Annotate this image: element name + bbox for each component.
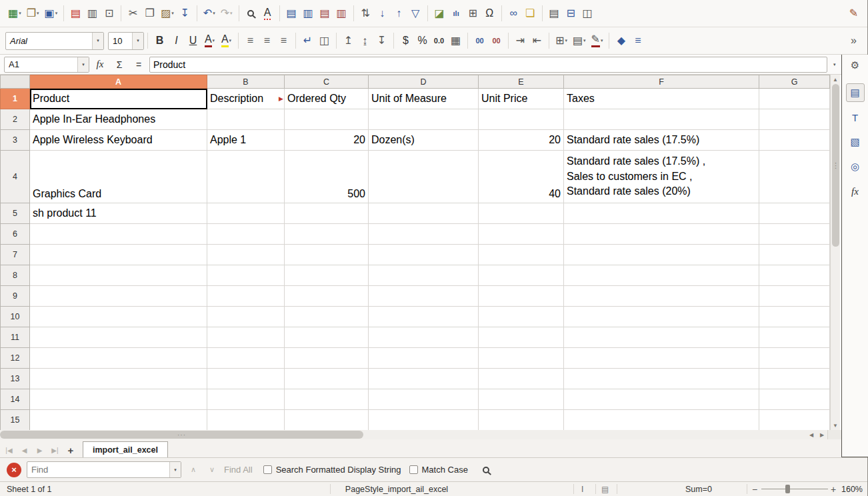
cell-D5[interactable]: [369, 203, 479, 224]
sidebar-navigator-button[interactable]: ◎: [846, 157, 865, 176]
sort-button[interactable]: ⇅: [357, 3, 374, 23]
cell-F2[interactable]: [564, 109, 759, 130]
zoom-slider[interactable]: [761, 482, 828, 496]
underline-button[interactable]: U: [185, 31, 201, 51]
new-spreadsheet-button[interactable]: ▦▾: [5, 3, 24, 23]
cell-F6[interactable]: [564, 224, 759, 245]
name-box-caret-icon[interactable]: ▾: [77, 57, 89, 72]
formula-button[interactable]: =: [130, 57, 147, 73]
scroll-down-arrow-icon[interactable]: ▼: [831, 421, 840, 430]
cell-B1[interactable]: Description▶: [207, 89, 285, 109]
cell-G2[interactable]: [759, 109, 830, 130]
cell-A5[interactable]: sh product 11: [30, 203, 207, 224]
row-header-14[interactable]: 14: [1, 389, 30, 410]
cell-C2[interactable]: [285, 109, 369, 130]
paste-button[interactable]: ▨▾: [158, 3, 177, 23]
zoom-in-button[interactable]: +: [831, 482, 836, 496]
cell-A3[interactable]: Apple Wireless Keyboard: [30, 130, 207, 151]
horizontal-scrollbar-thumb[interactable]: ···: [0, 431, 363, 439]
cell-F13[interactable]: [564, 369, 759, 389]
cell-D4[interactable]: [369, 151, 479, 203]
cell-C7[interactable]: [285, 245, 369, 265]
cell-D12[interactable]: [369, 348, 479, 369]
cell-D10[interactable]: [369, 307, 479, 327]
vertical-scrollbar-thumb[interactable]: ⋮: [832, 84, 839, 247]
cell-C4[interactable]: 500: [285, 151, 369, 203]
border-color-button[interactable]: ✎▾: [589, 31, 606, 51]
zoom-slider-track[interactable]: [761, 489, 828, 489]
cell-E11[interactable]: [479, 327, 564, 348]
cell-E1[interactable]: Unit Price: [479, 89, 564, 109]
open-button[interactable]: ❒▾: [24, 3, 42, 23]
cell-B12[interactable]: [207, 348, 285, 369]
zoom-out-button[interactable]: −: [752, 482, 757, 496]
cell-D11[interactable]: [369, 327, 479, 348]
cell-A8[interactable]: [30, 265, 207, 286]
scroll-up-arrow-icon[interactable]: ▲: [831, 75, 840, 84]
cell-F14[interactable]: [564, 389, 759, 410]
cell-G6[interactable]: [759, 224, 830, 245]
add-sheet-button[interactable]: +: [63, 443, 79, 457]
cell-B15[interactable]: [207, 410, 285, 431]
borders-button[interactable]: ⊞▾: [553, 31, 570, 51]
cell-D3[interactable]: Dozen(s): [369, 130, 479, 151]
search-formatted-option[interactable]: Search Formatted Display String: [263, 465, 401, 475]
column-header-A[interactable]: A: [30, 75, 207, 89]
column-header-E[interactable]: E: [479, 75, 564, 89]
row-header-10[interactable]: 10: [1, 307, 30, 327]
export-pdf-button[interactable]: ▤: [67, 3, 84, 23]
selection-mode-icon[interactable]: I: [581, 482, 583, 496]
cell-E12[interactable]: [479, 348, 564, 369]
cell-G12[interactable]: [759, 348, 830, 369]
special-character-button[interactable]: Ω: [481, 3, 498, 23]
cell-B9[interactable]: [207, 286, 285, 307]
cell-C1[interactable]: Ordered Qty: [285, 89, 369, 109]
cell-E7[interactable]: [479, 245, 564, 265]
find-input[interactable]: [27, 465, 169, 475]
currency-format-button[interactable]: $: [397, 31, 414, 51]
redo-button[interactable]: ↷▾: [218, 3, 235, 23]
cell-A10[interactable]: [30, 307, 207, 327]
last-sheet-button[interactable]: ▶|: [47, 443, 63, 457]
cell-A6[interactable]: [30, 224, 207, 245]
search-icon-button[interactable]: [479, 466, 493, 474]
headers-footers-button[interactable]: ▤: [546, 3, 563, 23]
cell-F1[interactable]: Taxes: [564, 89, 759, 109]
font-size-caret-icon[interactable]: ▾: [132, 33, 143, 49]
font-color-button[interactable]: A▾: [201, 31, 218, 51]
first-sheet-button[interactable]: |◀: [1, 443, 17, 457]
previous-sheet-button[interactable]: ◀: [17, 443, 32, 457]
cell-F10[interactable]: [564, 307, 759, 327]
match-case-checkbox[interactable]: [409, 465, 418, 474]
save-button[interactable]: ▣▾: [42, 3, 61, 23]
cell-E13[interactable]: [479, 369, 564, 389]
insert-row-button[interactable]: ▤: [283, 3, 300, 23]
sidebar-settings-button[interactable]: ⚙: [846, 59, 865, 72]
align-bottom-button[interactable]: ↧: [373, 31, 390, 51]
cell-E3[interactable]: 20: [479, 130, 564, 151]
wrap-text-button[interactable]: ↵: [299, 31, 316, 51]
cell-C14[interactable]: [285, 389, 369, 410]
cell-B7[interactable]: [207, 245, 285, 265]
cell-D7[interactable]: [369, 245, 479, 265]
sort-ascending-button[interactable]: ↓: [374, 3, 391, 23]
border-style-button[interactable]: ▤▾: [570, 31, 589, 51]
conditional-formatting-button[interactable]: ≡: [629, 31, 646, 51]
print-button[interactable]: ▥: [84, 3, 101, 23]
cell-F5[interactable]: [564, 203, 759, 224]
find-all-button[interactable]: Find All: [224, 465, 253, 475]
insert-chart-button[interactable]: ılı: [448, 3, 465, 23]
cell-C15[interactable]: [285, 410, 369, 431]
cell-A7[interactable]: [30, 245, 207, 265]
column-header-D[interactable]: D: [369, 75, 479, 89]
freeze-panes-button[interactable]: ⊟: [563, 3, 579, 23]
page-style-label[interactable]: PageStyle_import_ail_excel: [333, 482, 460, 496]
find-next-button[interactable]: ∨: [205, 465, 219, 475]
cell-C12[interactable]: [285, 348, 369, 369]
cell-C10[interactable]: [285, 307, 369, 327]
cell-A4[interactable]: Graphics Card: [30, 151, 207, 203]
split-window-button[interactable]: ◫: [579, 3, 596, 23]
horizontal-scrollbar[interactable]: ···: [0, 430, 806, 439]
cell-E5[interactable]: [479, 203, 564, 224]
cell-E9[interactable]: [479, 286, 564, 307]
